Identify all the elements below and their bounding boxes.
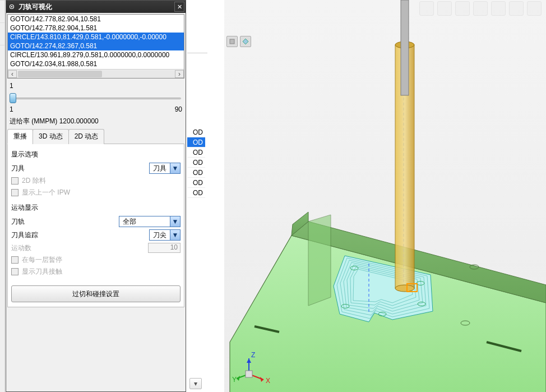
left-dock-sliver [0,0,5,392]
svg-marker-32 [260,377,263,382]
track-label: 刀具追踪 [11,230,38,240]
close-button[interactable]: ✕ [174,2,184,12]
path-dropdown-value: 全部 [119,217,170,227]
operation-list-sliver[interactable]: OD OD OD OD OD OD OD [187,58,205,198]
nc-line[interactable]: GOTO/142.778,82.904,10.581 [8,15,184,24]
motion-count-field: 10 [148,243,181,253]
nc-code-list[interactable]: GOTO/142.778,82.904,10.581 GOTO/142.778,… [7,14,184,79]
motion-count-label: 运动数 [11,243,31,253]
list-item[interactable]: OD [187,137,205,147]
track-dropdown-value: 刀尖 [150,230,170,240]
close-icon: ✕ [177,3,182,11]
checkbox-pause-layer [11,256,18,264]
collapse-button[interactable]: ▾ [189,378,202,389]
3d-viewport[interactable]: X Y Z [224,0,546,392]
path-label: 刀轨 [11,217,25,227]
checkbox-show-contact [11,268,18,275]
scroll-thumb[interactable] [18,71,102,77]
display-section-title: 显示选项 [11,150,181,159]
nc-line[interactable]: GOTO/142.778,82.904,1.581 [8,24,184,33]
nc-horizontal-scrollbar[interactable]: ‹ › [8,69,184,78]
path-dropdown[interactable]: 全部 ▼ [119,216,181,227]
tab-bar: 重播 3D 动态 2D 动态 [7,128,184,144]
checkbox-show-prev-ipw [11,189,18,196]
svg-text:Z: Z [251,351,255,359]
nc-line[interactable]: GOTO/142.034,81.988,0.581 [8,59,184,68]
checkbox-show-contact-label: 显示刀具接触 [22,267,62,276]
list-item[interactable]: OD [187,147,205,158]
svg-text:Y: Y [232,376,237,384]
dialog-title: 刀轨可视化 [16,2,174,12]
axes-triad: X Y Z [232,347,271,386]
svg-marker-38 [247,358,251,363]
tab-replay[interactable]: 重播 [7,129,33,144]
list-item[interactable]: OD [187,188,205,198]
checkbox-pause-layer-label: 在每一层暂停 [22,255,62,265]
slider-max-label: 90 [175,105,182,113]
svg-rect-40 [246,371,252,377]
chevron-down-icon: ▾ [194,380,197,388]
tab-pane-replay: 显示选项 刀具 刀具 ▼ 2D 除料 显示上一个 IPW 运动显示 刀轨 全部 … [7,144,184,307]
svg-text:X: X [266,377,270,385]
svg-marker-35 [237,376,240,381]
dialog-titlebar[interactable]: 刀轨可视化 ✕ [6,1,186,13]
slider-min-label: 1 [10,105,13,113]
list-item[interactable]: OD [187,168,205,178]
frame-slider[interactable] [10,93,182,104]
checkbox-2d-stock-label: 2D 除料 [22,176,46,186]
tool-dropdown-value: 刀具 [150,164,170,173]
nc-line[interactable]: CIRCLE/143.810,81.429,0.581,-0.0000000,-… [8,33,184,41]
chevron-down-icon: ▼ [170,163,180,173]
tab-2d-dynamic[interactable]: 2D 动态 [68,129,105,144]
feedrate-label: 进给率 (MMPM) 1200.000000 [6,113,186,128]
scroll-left-button[interactable]: ‹ [8,70,17,78]
checkbox-2d-stock [11,177,18,185]
motion-section-title: 运动显示 [11,203,181,213]
nc-line[interactable]: GOTO/142.274,82.367,0.581 [8,41,184,50]
tab-3d-dynamic[interactable]: 3D 动态 [33,129,69,144]
slider-thumb[interactable] [10,93,16,103]
3d-scene [224,0,546,392]
list-item[interactable]: OD [187,158,205,168]
list-item[interactable]: OD [187,127,205,137]
chevron-down-icon: ▼ [170,230,180,240]
chevron-down-icon: ▼ [170,216,180,227]
slider-top-label: 1 [10,82,182,90]
settings-icon[interactable] [7,2,16,11]
track-dropdown[interactable]: 刀尖 ▼ [149,229,181,241]
svg-rect-29 [401,0,409,95]
checkbox-show-prev-ipw-label: 显示上一个 IPW [22,188,70,197]
scroll-right-button[interactable]: › [175,70,184,78]
scroll-track[interactable] [17,70,175,78]
list-item[interactable]: OD [187,178,205,188]
svg-marker-7 [308,215,331,306]
svg-point-28 [395,285,414,292]
svg-point-1 [11,6,13,8]
tool-label: 刀具 [11,164,25,173]
gouge-collision-button[interactable]: 过切和碰撞设置 [11,285,181,302]
tool-dropdown[interactable]: 刀具 ▼ [149,163,181,174]
nc-line[interactable]: CIRCLE/130.961,89.279,0.581,0.0000000,0.… [8,50,184,59]
toolpath-visualize-dialog: 刀轨可视化 ✕ GOTO/142.778,82.904,10.581 GOTO/… [6,0,186,392]
frame-slider-area: 1 1 90 [6,80,186,113]
